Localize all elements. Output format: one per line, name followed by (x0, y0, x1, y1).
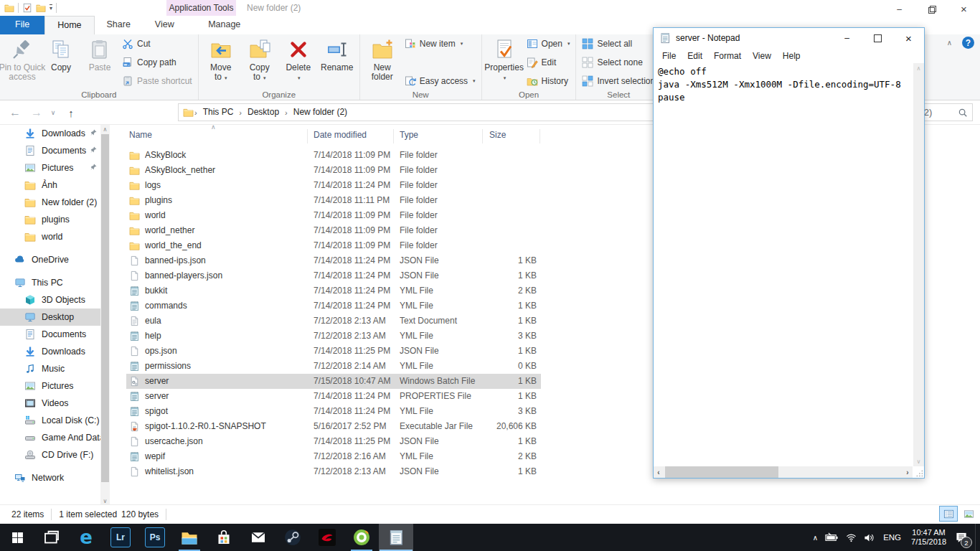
file-row[interactable]: plugins7/14/2018 11:11 PMFile folder (126, 193, 541, 208)
sidebar-item-local-disk-c-[interactable]: Local Disk (C:) (0, 412, 100, 429)
sidebar-item-downloads[interactable]: Downloads (0, 125, 100, 142)
taskbar-store-button[interactable] (207, 524, 241, 551)
tray-chevron-up-icon[interactable]: ∧ (809, 524, 821, 551)
file-row[interactable]: world_the_end7/14/2018 11:09 PMFile fold… (126, 238, 541, 253)
window-folder-icon[interactable] (4, 3, 14, 13)
copy-to-button[interactable]: Copyto ▾ (240, 37, 279, 83)
scroll-up-icon[interactable]: ∧ (913, 63, 924, 73)
customize-qat-chevron-icon[interactable]: ▾ (50, 4, 52, 11)
file-row[interactable]: banned-ips.json7/14/2018 11:24 PMJSON Fi… (126, 253, 541, 268)
paste-button[interactable]: Paste (80, 37, 119, 72)
pinned-icon[interactable] (89, 146, 98, 154)
sidebar-item-world[interactable]: world (0, 228, 100, 245)
invert-selection-button[interactable]: Invert selection (582, 75, 655, 87)
taskbar-edge-button[interactable]: e (69, 524, 103, 551)
clock[interactable]: 10:47 AM 7/15/2018 (906, 524, 951, 551)
notepad-vertical-scrollbar[interactable]: ∧ ∨ (913, 63, 924, 466)
file-row[interactable]: bukkit7/14/2018 11:24 PMYML File2 KB (126, 283, 541, 298)
notepad-text-area[interactable]: @echo offjava -Xms512M -Xmx1000M -Dfile.… (654, 63, 913, 466)
pinned-icon[interactable] (89, 163, 98, 171)
sidebar-item-3d-objects[interactable]: 3D Objects (0, 291, 100, 309)
file-row[interactable]: spigot7/14/2018 11:24 PMYML File3 KB (126, 404, 541, 419)
sidebar-item-onedrive[interactable]: OneDrive (0, 251, 100, 268)
file-row[interactable]: whitelist.json7/12/2018 2:13 AMJSON File… (126, 464, 541, 479)
cut-button[interactable]: Cut (122, 38, 192, 50)
file-row[interactable]: ops.json7/14/2018 11:25 PMJSON File1 KB (126, 344, 541, 359)
easy-access-button[interactable]: Easy access▾ (405, 75, 476, 87)
tab-file[interactable]: File (0, 16, 44, 34)
sidebar-item-pictures[interactable]: Pictures (0, 377, 100, 395)
battery-icon[interactable] (821, 524, 842, 551)
properties-button[interactable]: Properties▾ (485, 37, 524, 83)
pin-to-quick-access-button[interactable]: Pin to Quickaccess (3, 37, 42, 82)
column-header-name[interactable]: Name (129, 130, 152, 140)
taskbar-notepad-button[interactable] (379, 524, 413, 551)
large-icons-view-button[interactable] (960, 507, 977, 521)
notepad-menu-view[interactable]: View (747, 51, 777, 61)
action-center-icon[interactable]: 2 (951, 524, 975, 551)
forward-button[interactable]: → (27, 104, 46, 121)
tab-view[interactable]: View (143, 16, 187, 34)
file-row[interactable]: commands7/14/2018 11:24 PMYML File1 KB (126, 298, 541, 314)
open-button[interactable]: Open▾ (527, 38, 570, 50)
column-header-size[interactable]: Size (489, 130, 506, 140)
notepad-minimize-button[interactable]: – (831, 28, 862, 48)
sidebar-item-videos[interactable]: Videos (0, 395, 100, 412)
delete-button[interactable]: Delete▾ (279, 37, 318, 83)
tab-home[interactable]: Home (44, 16, 94, 34)
sidebar-item-network[interactable]: Network (0, 469, 100, 486)
column-separator[interactable] (393, 129, 394, 143)
wifi-icon[interactable] (842, 524, 860, 551)
tab-share[interactable]: Share (95, 16, 143, 34)
column-header-date-modified[interactable]: Date modified (314, 130, 367, 140)
sidebar-item-downloads[interactable]: Downloads (0, 343, 100, 360)
file-row[interactable]: eula7/12/2018 2:13 AMText Document1 KB (126, 314, 541, 329)
move-to-button[interactable]: Moveto ▾ (202, 37, 240, 83)
file-row[interactable]: banned-players.json7/14/2018 11:24 PMJSO… (126, 268, 541, 283)
taskbar-steam-button[interactable] (275, 524, 310, 551)
breadcrumb-item[interactable]: This PC (198, 104, 239, 121)
copy-path-button[interactable]: Copy path (122, 57, 192, 68)
file-row[interactable]: ASkyBlock7/14/2018 11:09 PMFile folder (126, 148, 541, 163)
collapse-ribbon-icon[interactable]: ∧ (947, 39, 952, 47)
sidebar-item-music[interactable]: Music (0, 360, 100, 377)
notepad-horizontal-scrollbar[interactable]: ‹ › (654, 466, 913, 478)
sidebar-item-documents[interactable]: Documents (0, 326, 100, 343)
show-desktop-button[interactable] (975, 524, 979, 551)
sidebar-item-this-pc[interactable]: This PC (0, 274, 100, 291)
sidebar-item-game-and-data[interactable]: Game And Data (0, 429, 100, 446)
help-icon[interactable]: ? (962, 37, 974, 49)
history-button[interactable]: History (527, 75, 570, 87)
taskbar-file-explorer-button[interactable] (172, 524, 207, 551)
sidebar-item-documents[interactable]: Documents (0, 142, 100, 159)
file-row[interactable]: ASkyBlock_nether7/14/2018 11:09 PMFile f… (126, 163, 541, 178)
column-separator[interactable] (540, 129, 540, 143)
notepad-maximize-button[interactable] (862, 28, 893, 48)
sidebar-item-pictures[interactable]: Pictures (0, 159, 100, 176)
sidebar-item-cd-drive-f-[interactable]: CD Drive (F:) (0, 446, 100, 463)
file-row[interactable]: help7/12/2018 2:13 AMYML File3 KB (126, 329, 541, 344)
file-row[interactable]: world7/14/2018 11:09 PMFile folder (126, 208, 541, 223)
rename-button[interactable]: Rename (318, 37, 357, 72)
scroll-left-icon[interactable]: ‹ (654, 466, 664, 478)
taskbar-start-button[interactable] (0, 524, 34, 551)
scroll-up-icon[interactable]: ∧ (100, 125, 110, 133)
taskbar-photoshop-button[interactable]: Ps (138, 524, 172, 551)
scrollbar-thumb[interactable] (665, 466, 778, 478)
language-indicator[interactable]: ENG (878, 524, 906, 551)
file-row[interactable]: spigot-1.10.2-R0.1-SNAPSHOT5/16/2017 2:5… (126, 419, 541, 434)
file-row[interactable]: server7/14/2018 11:24 PMPROPERTIES File1… (126, 389, 541, 404)
back-button[interactable]: ← (6, 104, 24, 121)
taskbar-lightroom-button[interactable]: Lr (103, 524, 138, 551)
resize-grip[interactable] (913, 466, 924, 478)
copy-button[interactable]: Copy (42, 37, 80, 72)
edit-button[interactable]: Edit (527, 57, 570, 68)
pinned-icon[interactable] (89, 128, 98, 137)
scrollbar-thumb[interactable] (101, 134, 109, 482)
tab-manage[interactable]: Manage (190, 16, 259, 34)
column-separator[interactable] (307, 129, 308, 143)
search-icon[interactable] (958, 108, 968, 118)
sidebar-item-desktop[interactable]: Desktop (0, 309, 100, 326)
up-button[interactable]: ↑ (62, 104, 80, 121)
sidebar-item-plugins[interactable]: plugins (0, 211, 100, 228)
